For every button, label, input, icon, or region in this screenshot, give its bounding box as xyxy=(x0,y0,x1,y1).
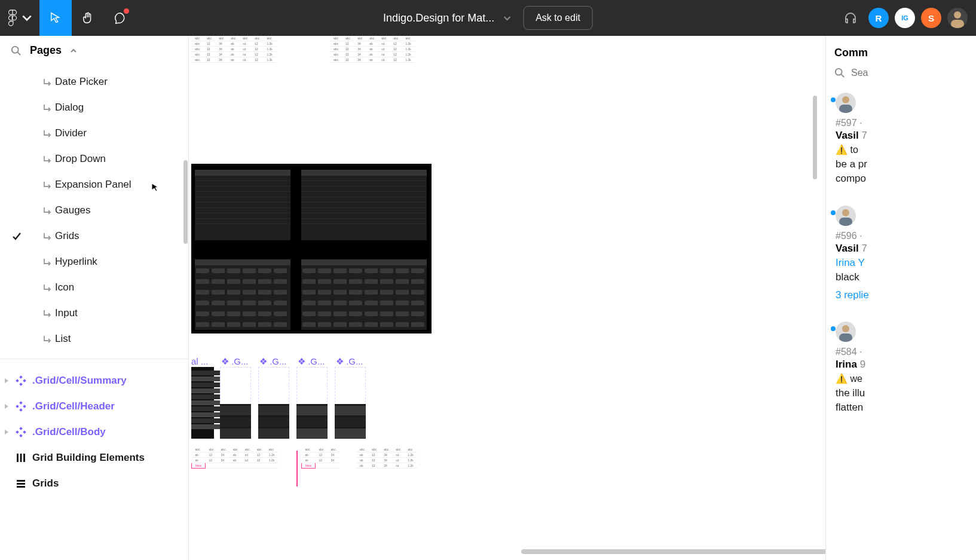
svg-point-25 xyxy=(836,69,842,75)
page-item-date-picker[interactable]: Date Picker xyxy=(0,69,188,94)
frame-rows-icon xyxy=(16,478,26,489)
svg-line-26 xyxy=(842,75,845,78)
canvas-h-scrollbar-thumb[interactable] xyxy=(521,549,825,554)
comment-number: #596 · xyxy=(836,226,976,241)
subpage-icon xyxy=(43,309,51,317)
search-icon[interactable] xyxy=(11,45,22,56)
subpage-icon xyxy=(43,103,51,112)
page-item-gauges[interactable]: Gauges xyxy=(0,197,188,223)
avatar-photo[interactable] xyxy=(947,8,968,28)
notification-dot-icon xyxy=(124,8,129,14)
frame-cols-icon xyxy=(16,452,26,463)
layer--grid-cell-summary[interactable]: .Grid/Cell/Summary xyxy=(0,368,188,393)
svg-marker-9 xyxy=(5,404,8,409)
component-frame-label[interactable]: al ... xyxy=(191,356,208,366)
comment-author: Vasil 7 xyxy=(836,241,976,255)
page-item-label: Hyperlink xyxy=(55,256,97,268)
comments-search-input[interactable] xyxy=(851,68,959,78)
subpage-icon xyxy=(43,283,51,292)
svg-rect-20 xyxy=(20,454,22,462)
expand-icon[interactable] xyxy=(4,378,10,384)
comment-replies-link[interactable]: 3 replie xyxy=(836,284,976,301)
subpage-icon xyxy=(43,155,51,163)
expand-icon[interactable] xyxy=(4,429,10,435)
canvas-preview-light-top: abcabcabcabcabcabcabc abc1234abcd121.2k … xyxy=(191,36,276,63)
component-frame-label[interactable]: ❖ .G... xyxy=(336,356,363,367)
page-item-hyperlink[interactable]: Hyperlink xyxy=(0,249,188,274)
component-icon xyxy=(16,401,26,412)
svg-rect-5 xyxy=(19,375,23,379)
page-item-grids[interactable]: Grids xyxy=(0,223,188,249)
component-frame-label[interactable]: ❖ .G... xyxy=(259,356,287,367)
svg-rect-30 xyxy=(839,218,852,226)
pages-header[interactable]: Pages xyxy=(0,36,188,64)
canvas[interactable]: abcabcabcabcabcabcabc abc1234abcd121.2k … xyxy=(189,36,825,560)
layer-grid-building-elements[interactable]: Grid Building Elements xyxy=(0,445,188,470)
page-item-label: Dialog xyxy=(55,102,84,114)
svg-rect-8 xyxy=(23,379,26,382)
component-icon xyxy=(16,427,26,437)
component-frame-label[interactable]: ❖ .G... xyxy=(221,356,249,367)
avatar-r[interactable]: R xyxy=(868,8,889,28)
hand-tool-button[interactable] xyxy=(72,0,104,36)
page-item-label: Grids xyxy=(55,230,79,242)
page-item-drop-down[interactable]: Drop Down xyxy=(0,146,188,172)
svg-rect-1 xyxy=(951,20,964,28)
move-tool-button[interactable] xyxy=(39,0,72,36)
page-item-label: Expansion Panel xyxy=(55,179,131,191)
layer-label: .Grid/Cell/Summary xyxy=(32,375,127,387)
layer-grids[interactable]: Grids xyxy=(0,470,188,496)
page-item-dialog[interactable]: Dialog xyxy=(0,94,188,120)
canvas-preview-light-bot-3: abcabcabcabcabc ab1234cd1.2k ab1234cd1.2… xyxy=(356,447,417,469)
page-item-list[interactable]: List xyxy=(0,326,188,351)
canvas-dark-artboard xyxy=(191,164,432,333)
subpage-icon xyxy=(43,78,51,86)
comment-tool-button[interactable] xyxy=(104,0,136,36)
headphones-icon[interactable] xyxy=(843,11,858,25)
svg-rect-21 xyxy=(23,454,25,462)
svg-point-0 xyxy=(954,11,961,19)
left-scrollbar-thumb[interactable] xyxy=(183,160,188,244)
svg-rect-6 xyxy=(19,382,23,386)
svg-rect-18 xyxy=(23,430,26,434)
ask-to-edit-button[interactable]: Ask to edit xyxy=(523,6,593,30)
page-item-label: Icon xyxy=(55,281,74,293)
avatar-ig[interactable]: IG xyxy=(895,8,915,28)
expand-icon[interactable] xyxy=(4,403,10,409)
mention[interactable]: Irina Y xyxy=(836,257,865,268)
page-item-input[interactable]: Input xyxy=(0,300,188,326)
page-item-icon[interactable]: Icon xyxy=(0,274,188,300)
comments-scrollbar-thumb[interactable] xyxy=(813,96,817,179)
layer-label: .Grid/Cell/Body xyxy=(32,426,106,438)
svg-rect-22 xyxy=(17,480,25,482)
comment-body: ⚠️ to be a prcompo xyxy=(836,142,976,185)
svg-rect-10 xyxy=(19,401,23,405)
document-title-text: Indigo.Design for Mat... xyxy=(383,12,494,25)
page-item-divider[interactable]: Divider xyxy=(0,120,188,146)
avatar-s[interactable]: S xyxy=(921,8,941,28)
canvas-preview-light-top-2: abcabcabcabcabcabcabc abc1234abcd121.2k … xyxy=(330,36,415,63)
comment-597[interactable]: #597 ·Vasil 7⚠️ to be a prcompo xyxy=(834,93,976,206)
comment-596[interactable]: #596 ·Vasil 7Irina Yblack3 replie xyxy=(834,206,976,322)
component-frame-label[interactable]: ❖ .G... xyxy=(298,356,325,367)
svg-rect-11 xyxy=(19,408,23,412)
figma-menu-button[interactable] xyxy=(0,0,39,36)
unread-dot-icon xyxy=(831,97,836,102)
svg-rect-13 xyxy=(23,405,26,408)
svg-point-29 xyxy=(842,209,849,216)
comment-author: Vasil 7 xyxy=(836,128,976,142)
chevron-down-icon xyxy=(503,14,511,22)
search-icon[interactable] xyxy=(834,68,845,78)
comment-584[interactable]: #584 ·Irina 9⚠️ wethe illuflatten xyxy=(834,322,976,434)
layer--grid-cell-body[interactable]: .Grid/Cell/Body xyxy=(0,419,188,445)
canvas-preview-light-bot-1: abcabcabcabcabcabcabc ab1234abcd121.2k a… xyxy=(191,447,278,469)
page-item-label: Drop Down xyxy=(55,153,106,165)
page-item-label: Date Picker xyxy=(55,76,108,88)
selection-guide-icon xyxy=(296,451,298,486)
subpage-icon xyxy=(43,335,51,343)
component-icon xyxy=(16,375,26,386)
layer--grid-cell-header[interactable]: .Grid/Cell/Header xyxy=(0,393,188,419)
comment-number: #584 · xyxy=(836,342,976,357)
document-title[interactable]: Indigo.Design for Mat... xyxy=(383,12,511,25)
svg-marker-14 xyxy=(5,430,8,434)
